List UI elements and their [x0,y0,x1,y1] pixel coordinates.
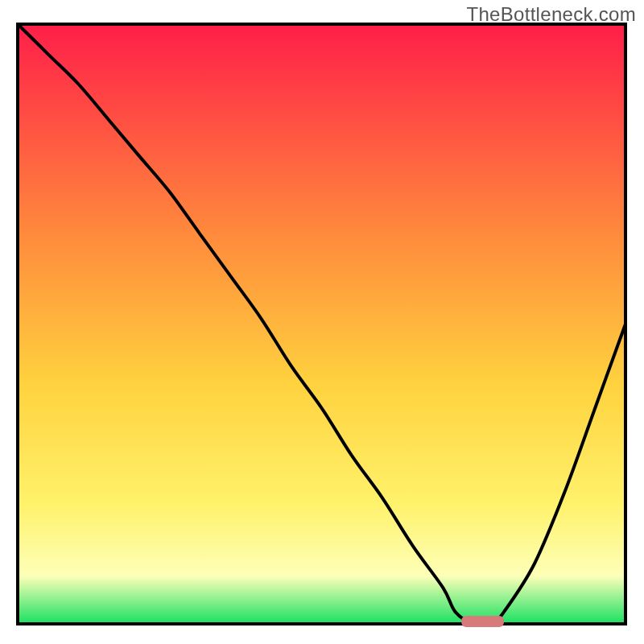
gradient-background [18,24,625,624]
watermark-label: TheBottleneck.com [466,3,636,26]
chart-container: TheBottleneck.com [0,0,644,644]
optimal-range-marker [461,616,504,627]
bottleneck-plot [0,0,644,644]
